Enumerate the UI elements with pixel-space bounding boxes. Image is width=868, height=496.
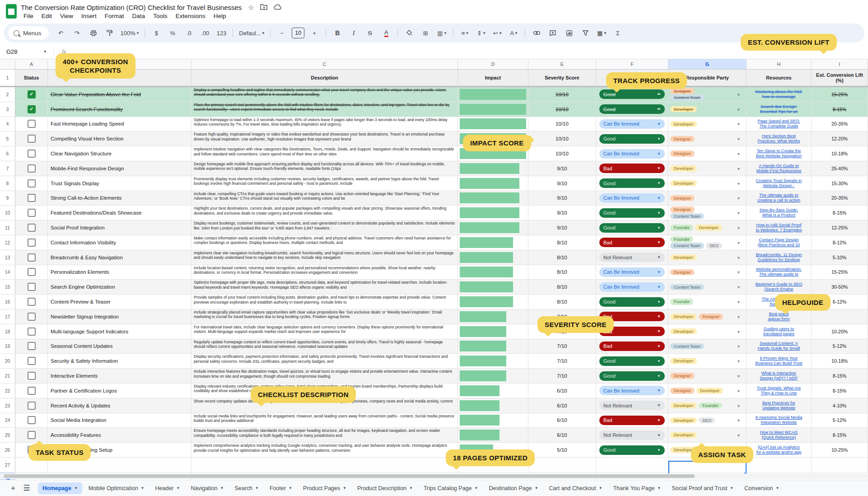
- sheet-tab-header[interactable]: Header▼: [151, 482, 185, 494]
- chevron-down-icon[interactable]: ▾: [737, 388, 740, 393]
- document-title[interactable]: The Conversion Rate Optimization (CRO) C…: [21, 4, 242, 11]
- row-number[interactable]: 23: [0, 398, 15, 413]
- status-dropdown[interactable]: Bad▼: [599, 416, 665, 425]
- row-number[interactable]: 13: [0, 250, 15, 265]
- status-dropdown[interactable]: Can Be Imroved▼: [599, 119, 665, 129]
- menu-item-view[interactable]: View: [56, 12, 77, 20]
- chevron-down-icon[interactable]: ▾: [737, 314, 740, 319]
- party-chip[interactable]: Developer: [670, 165, 697, 172]
- party-chip[interactable]: Developer: [670, 180, 697, 187]
- resource-link[interactable]: What is Interaction Design (IxD)? | IxDF: [760, 371, 798, 381]
- resource-link[interactable]: Mastering above the fold: how to encoura…: [755, 89, 802, 99]
- insert-comment-icon[interactable]: [545, 27, 560, 39]
- status-dropdown[interactable]: Not Relevant▼: [599, 253, 665, 262]
- row-checkbox[interactable]: [28, 239, 36, 247]
- menu-item-help[interactable]: Help: [210, 12, 230, 20]
- party-chip[interactable]: Designer: [670, 373, 695, 379]
- horizontal-scrollbar[interactable]: [0, 473, 868, 479]
- row-checkbox[interactable]: [28, 342, 36, 350]
- row-checkbox[interactable]: [28, 372, 36, 380]
- row-number[interactable]: 20: [0, 354, 15, 368]
- status-dropdown[interactable]: Bad▼: [599, 164, 665, 173]
- row-number[interactable]: 27: [0, 458, 15, 472]
- borders-icon[interactable]: ⊞: [418, 27, 433, 39]
- status-dropdown[interactable]: Can Be Imroved▼: [599, 267, 665, 277]
- row-number[interactable]: 17: [0, 309, 15, 324]
- name-box[interactable]: G28▾: [0, 48, 50, 55]
- redo-button[interactable]: ↷: [70, 27, 85, 39]
- increase-decimal-button[interactable]: .00: [197, 27, 213, 39]
- column-header-D[interactable]: D: [458, 59, 528, 69]
- all-sheets-button[interactable]: ☰: [20, 483, 33, 493]
- column-header-F[interactable]: F: [596, 59, 668, 69]
- horizontal-align-icon[interactable]: ≡▾: [457, 27, 472, 39]
- column-header-E[interactable]: E: [528, 59, 596, 69]
- row-checkbox[interactable]: [28, 194, 36, 202]
- sheet-tab-mobile-optimization[interactable]: Mobile Optimization▼: [84, 482, 149, 494]
- chevron-down-icon[interactable]: ▾: [737, 329, 740, 334]
- sheet-tab-navigation[interactable]: Navigation▼: [186, 482, 228, 494]
- party-chip[interactable]: Content Team: [670, 284, 704, 290]
- status-dropdown[interactable]: Good▼: [599, 134, 665, 144]
- party-chip[interactable]: Developer: [670, 402, 697, 409]
- resource-link[interactable]: Ten Steps to Create the Best Website Nav…: [756, 149, 802, 159]
- decrease-decimal-button[interactable]: .0: [181, 27, 196, 39]
- menu-item-edit[interactable]: Edit: [38, 12, 56, 20]
- row-checkbox[interactable]: [28, 298, 36, 306]
- party-chip[interactable]: Content Team: [670, 213, 704, 220]
- row-number[interactable]: 22: [0, 384, 15, 398]
- status-dropdown[interactable]: Good▼: [599, 297, 665, 307]
- row-number[interactable]: 25: [0, 428, 15, 442]
- row-checkbox[interactable]: [28, 135, 36, 143]
- status-dropdown[interactable]: Not Relevant▼: [599, 430, 665, 440]
- resource-link[interactable]: Beginner's Guide to SEO (Search Engine: [756, 282, 803, 292]
- row-number[interactable]: 8: [0, 176, 15, 191]
- undo-button[interactable]: ↶: [53, 27, 69, 39]
- insert-link-icon[interactable]: [529, 27, 544, 39]
- chevron-down-icon[interactable]: ▾: [737, 359, 740, 364]
- resource-link[interactable]: Breadcrumbs: 11 Design Guidelines for De…: [756, 253, 802, 262]
- chevron-down-icon[interactable]: ▾: [737, 255, 740, 260]
- paint-format-icon[interactable]: [102, 27, 117, 39]
- row-number[interactable]: 12: [0, 235, 15, 250]
- chevron-down-icon[interactable]: ▾: [737, 240, 740, 245]
- sheet-tab-thank-you-page[interactable]: Thank You Page▼: [609, 482, 666, 494]
- party-chip[interactable]: Developer: [670, 432, 697, 438]
- decrease-font-size-button[interactable]: −: [274, 27, 289, 39]
- select-all-corner[interactable]: [0, 59, 15, 69]
- resource-link[interactable]: How to Add Social Proof to Websites: 7 E…: [756, 223, 802, 233]
- party-chip[interactable]: Designer: [670, 388, 695, 394]
- print-icon[interactable]: [86, 27, 101, 39]
- chevron-down-icon[interactable]: ▾: [737, 344, 740, 349]
- menu-item-format[interactable]: Format: [101, 12, 128, 20]
- row-number[interactable]: 16: [0, 295, 15, 309]
- text-wrap-icon[interactable]: ↩▾: [490, 27, 505, 39]
- status-dropdown[interactable]: Good▼: [599, 223, 665, 233]
- name-box-dropdown-icon[interactable]: ▾: [44, 49, 46, 54]
- chevron-down-icon[interactable]: ▾: [737, 418, 740, 423]
- vertical-align-icon[interactable]: ⇕▾: [473, 27, 489, 39]
- party-chip[interactable]: SEO: [699, 417, 715, 424]
- chevron-down-icon[interactable]: ▾: [737, 107, 740, 112]
- sheet-tab-footer[interactable]: Footer▼: [265, 482, 297, 494]
- resource-link[interactable]: Seasonal Content: A Handy Guide for Smal…: [758, 341, 800, 351]
- row-checkbox[interactable]: [28, 253, 36, 262]
- chevron-down-icon[interactable]: ▾: [737, 403, 740, 408]
- party-chip[interactable]: Designer: [670, 195, 695, 201]
- column-header-G[interactable]: G: [668, 59, 747, 69]
- row-number[interactable]: 18: [0, 324, 15, 339]
- move-folder-icon[interactable]: [260, 4, 267, 12]
- functions-icon[interactable]: Σ: [610, 27, 625, 39]
- party-chip[interactable]: Founder: [670, 299, 693, 305]
- status-dropdown[interactable]: Bad▼: [599, 238, 665, 247]
- status-dropdown[interactable]: Good▼: [599, 445, 665, 455]
- resource-link[interactable]: How to Meet WCAG (Quick Reference): [760, 430, 798, 440]
- status-dropdown[interactable]: Not Relevant▼: [599, 401, 665, 410]
- row-number[interactable]: 9: [0, 191, 15, 206]
- row-number[interactable]: 24: [0, 413, 15, 428]
- menu-item-data[interactable]: Data: [129, 12, 149, 20]
- chevron-down-icon[interactable]: ▾: [737, 225, 740, 230]
- row-checkbox[interactable]: [28, 150, 36, 158]
- row-number[interactable]: 15: [0, 280, 15, 294]
- resource-link[interactable]: Guiding users to translated pages: [763, 327, 794, 337]
